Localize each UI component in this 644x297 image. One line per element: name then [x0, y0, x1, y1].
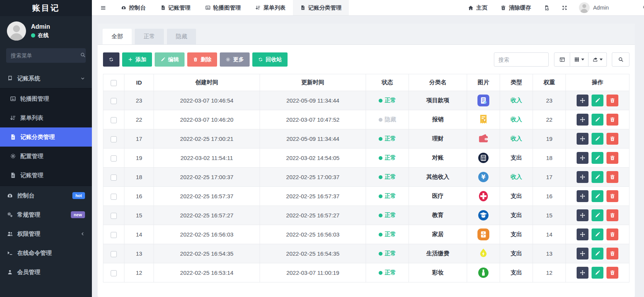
row-move-button[interactable]	[577, 228, 588, 240]
header-updated[interactable]: 更新时间	[260, 74, 366, 91]
table-row[interactable]: 12 2022-02-25 16:53:14 2022-03-07 11:00:…	[103, 263, 629, 282]
sidebar-item-category-manage[interactable]: 记账分类管理	[0, 127, 92, 147]
row-checkbox[interactable]	[111, 136, 117, 142]
row-move-button[interactable]	[577, 190, 588, 202]
row-delete-button[interactable]	[606, 228, 618, 240]
header-id[interactable]: ID	[124, 74, 154, 91]
table-row[interactable]: 14 2022-02-25 16:56:03 2022-02-25 16:56:…	[103, 225, 629, 244]
refresh-page-button[interactable]	[538, 0, 556, 15]
category-wallet-icon[interactable]	[477, 133, 489, 145]
sidebar-item-online-commands[interactable]: 在线命令管理	[0, 243, 92, 263]
row-checkbox[interactable]	[111, 155, 117, 162]
row-move-button[interactable]	[577, 133, 588, 145]
row-delete-button[interactable]	[606, 171, 618, 183]
category-ledger-icon[interactable]	[477, 152, 489, 164]
row-delete-button[interactable]	[606, 190, 618, 202]
header-name[interactable]: 分类名	[409, 74, 467, 91]
sidebar-item-menu-list[interactable]: 菜单列表	[0, 108, 92, 127]
topbar-tab-record-manage[interactable]: 记账管理	[153, 0, 198, 15]
table-row[interactable]: 17 2022-02-25 17:00:21 2022-05-09 11:34:…	[103, 129, 629, 148]
header-status[interactable]: 状态	[366, 74, 409, 91]
fullscreen-button[interactable]	[556, 0, 574, 15]
user-panel[interactable]: Admin 在线	[0, 16, 92, 45]
table-row[interactable]: 23 2022-03-07 10:46:54 2022-05-09 11:34:…	[103, 91, 629, 110]
row-move-button[interactable]	[577, 95, 588, 106]
row-edit-button[interactable]	[592, 209, 603, 221]
topbar-tab-dashboard[interactable]: 控制台	[114, 0, 153, 15]
settings-button[interactable]	[642, 5, 644, 11]
topbar-tab-carousel[interactable]: 轮播图管理	[198, 0, 248, 15]
row-checkbox[interactable]	[111, 232, 117, 238]
delete-button[interactable]: 删除	[187, 52, 217, 67]
sidebar-item-general[interactable]: 常规管理 new	[0, 205, 92, 224]
row-checkbox[interactable]	[111, 194, 117, 200]
row-checkbox[interactable]	[111, 98, 117, 104]
row-delete-button[interactable]	[606, 267, 618, 279]
category-receipt-icon[interactable]	[477, 114, 489, 126]
sidebar-item-members[interactable]: 会员管理	[0, 263, 92, 282]
user-menu[interactable]: Admin	[574, 2, 614, 13]
topbar-tab-menu-list[interactable]: 菜单列表	[248, 0, 293, 15]
row-move-button[interactable]	[577, 114, 588, 126]
sidebar-search-input[interactable]	[11, 52, 80, 59]
add-button[interactable]: 添加	[122, 52, 152, 67]
row-edit-button[interactable]	[592, 152, 603, 164]
row-checkbox[interactable]	[111, 270, 117, 276]
header-image[interactable]: 图片	[467, 74, 500, 91]
row-move-button[interactable]	[577, 267, 588, 279]
row-edit-button[interactable]	[592, 133, 603, 145]
row-checkbox[interactable]	[111, 117, 117, 123]
columns-button[interactable]	[570, 52, 588, 67]
clear-cache-button[interactable]: 清除缓存	[494, 0, 538, 15]
edit-button[interactable]: 编辑	[155, 52, 185, 67]
table-search-input[interactable]	[494, 52, 549, 67]
table-row[interactable]: 13 2022-02-25 16:54:35 2022-02-25 16:54:…	[103, 244, 629, 263]
row-edit-button[interactable]	[592, 190, 603, 202]
select-all-checkbox[interactable]	[111, 80, 117, 86]
row-delete-button[interactable]	[606, 133, 618, 145]
row-delete-button[interactable]	[606, 152, 618, 164]
category-bolt-drop-icon[interactable]	[477, 248, 489, 259]
table-row[interactable]: 18 2022-02-25 17:00:37 2022-02-25 17:00:…	[103, 168, 629, 187]
filter-tab-normal[interactable]: 正常	[135, 29, 164, 44]
sidebar-item-dashboard[interactable]: 控制台 hot	[0, 186, 92, 205]
row-edit-button[interactable]	[592, 114, 603, 126]
row-move-button[interactable]	[577, 152, 588, 164]
search-submit-button[interactable]	[612, 52, 629, 67]
row-checkbox[interactable]	[111, 251, 117, 257]
export-button[interactable]	[588, 52, 607, 67]
row-move-button[interactable]	[577, 248, 588, 259]
home-button[interactable]: 主页	[461, 0, 494, 15]
more-button[interactable]: 更多	[220, 52, 250, 67]
row-move-button[interactable]	[577, 171, 588, 183]
row-move-button[interactable]	[577, 209, 588, 221]
sidebar-item-record-manage[interactable]: 记账管理	[0, 166, 92, 185]
recycle-bin-button[interactable]: 回收站	[252, 52, 288, 67]
row-delete-button[interactable]	[606, 248, 618, 259]
row-edit-button[interactable]	[592, 248, 603, 259]
row-delete-button[interactable]	[606, 95, 618, 106]
row-checkbox[interactable]	[111, 175, 117, 181]
category-lipstick-icon[interactable]	[477, 267, 489, 279]
row-delete-button[interactable]	[606, 114, 618, 126]
table-row[interactable]: 16 2022-02-25 16:57:37 2022-02-25 16:57:…	[103, 187, 629, 206]
category-document-badge-icon[interactable]	[477, 95, 489, 106]
header-weight[interactable]: 权重	[533, 74, 566, 91]
sidebar-toggle-button[interactable]	[92, 0, 114, 15]
row-delete-button[interactable]	[606, 209, 618, 221]
refresh-button[interactable]	[103, 52, 119, 67]
category-cabinet-icon[interactable]	[477, 228, 489, 240]
sidebar-item-permissions[interactable]: 权限管理	[0, 224, 92, 243]
row-edit-button[interactable]	[592, 171, 603, 183]
filter-tab-all[interactable]: 全部	[103, 29, 132, 44]
table-row[interactable]: 15 2022-02-25 16:57:27 2022-02-25 16:57:…	[103, 206, 629, 225]
row-edit-button[interactable]	[592, 267, 603, 279]
filter-tab-hidden[interactable]: 隐藏	[167, 29, 196, 44]
header-type[interactable]: 类型	[500, 74, 533, 91]
detail-view-button[interactable]	[554, 52, 570, 67]
row-checkbox[interactable]	[111, 213, 117, 219]
sidebar-item-carousel[interactable]: 轮播图管理	[0, 89, 92, 108]
sidebar-item-config[interactable]: 配置管理	[0, 147, 92, 166]
row-edit-button[interactable]	[592, 228, 603, 240]
category-yen-icon[interactable]	[477, 171, 489, 183]
